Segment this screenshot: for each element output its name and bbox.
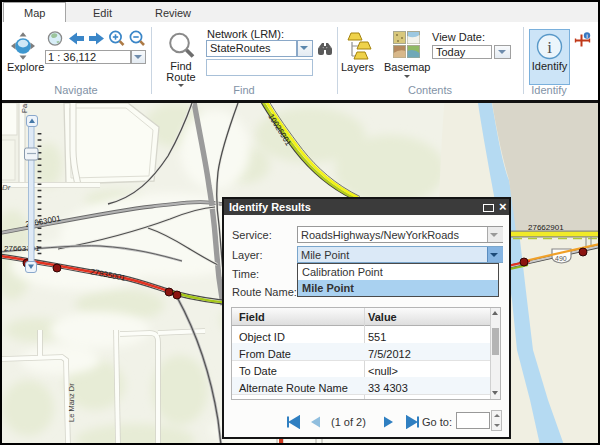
- svg-text:27662901: 27662901: [528, 223, 564, 232]
- svg-text:27663101: 27663101: [4, 244, 40, 253]
- svg-text:Dr: Dr: [2, 183, 11, 192]
- svg-text:Pa: Pa: [20, 103, 29, 113]
- svg-text:i: i: [547, 38, 552, 57]
- svg-text:490: 490: [555, 255, 567, 262]
- svg-text:Le Manz Dr: Le Manz Dr: [67, 383, 76, 422]
